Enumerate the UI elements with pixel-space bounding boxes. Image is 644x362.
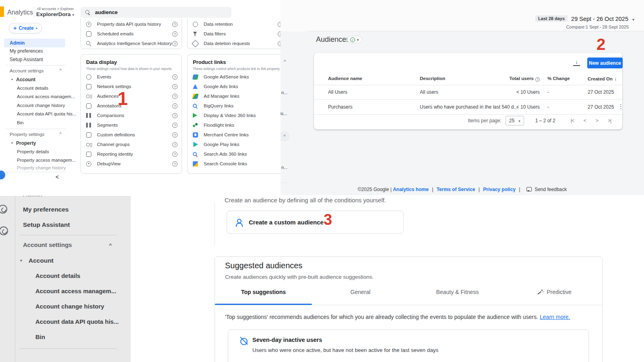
product-link-item[interactable]: Merchant Centre links	[193, 130, 281, 140]
sidebar-item-account-change-history[interactable]: Account change history	[17, 103, 65, 108]
sidebar-item-property-details[interactable]: Property details	[17, 149, 49, 154]
date-preset-chip[interactable]: Last 28 days	[535, 15, 568, 22]
col-header-change[interactable]: % Change	[547, 76, 570, 81]
send-feedback-link[interactable]: Send feedback	[535, 187, 567, 192]
help-icon[interactable]: ?	[172, 94, 178, 99]
sidebar-item-account-quota[interactable]: Account data API quota his...	[35, 318, 119, 325]
reports-icon[interactable]	[0, 205, 7, 214]
admin-list-item[interactable]: Network settings?	[86, 82, 178, 91]
sidebar-section-account-settings[interactable]: Account settings^	[10, 68, 43, 73]
col-header-description[interactable]: Description	[420, 76, 445, 81]
help-icon[interactable]: ?	[172, 113, 178, 118]
privacy-link[interactable]: Privacy policy	[483, 187, 516, 192]
admin-list-item[interactable]: Annotations?	[86, 101, 178, 111]
new-audience-button[interactable]: New audience	[587, 58, 623, 68]
help-icon[interactable]: ?	[172, 31, 178, 37]
help-icon[interactable]: ?	[172, 123, 178, 128]
sidebar-item-account[interactable]: ▾Account	[20, 257, 54, 264]
tab-top-suggestions[interactable]: Top suggestions	[215, 289, 312, 295]
avatar[interactable]	[0, 171, 5, 179]
help-icon[interactable]: ?	[172, 161, 178, 167]
help-icon[interactable]: ?	[278, 22, 281, 27]
product-link-item[interactable]: Search Console links	[193, 159, 281, 169]
product-link-item[interactable]: Floodlight links	[193, 120, 281, 130]
info-icon[interactable]: ?	[535, 77, 540, 82]
product-link-item[interactable]: Google Ads links	[193, 82, 281, 91]
sidebar-item-account-access[interactable]: Account access managem...	[35, 288, 116, 294]
sidebar-item-account-access[interactable]: Account access managem...	[17, 94, 75, 99]
last-page-icon[interactable]: >|	[608, 118, 611, 123]
admin-list-item[interactable]: Scheduled emails ?	[86, 29, 178, 39]
col-header-created-on[interactable]: Created On↓	[588, 76, 617, 82]
explore-icon[interactable]	[0, 226, 8, 235]
product-link-item[interactable]: Ad Manager links	[193, 91, 281, 101]
cell-audience-name[interactable]: All Users	[328, 89, 347, 95]
admin-list-item[interactable]: Analytics Intelligence Search History ?	[86, 39, 178, 48]
sidebar-item-account[interactable]: ▾Account	[11, 77, 35, 82]
admin-list-item[interactable]: Comparisons?	[86, 111, 178, 120]
learn-more-link[interactable]: Learn more.	[540, 314, 570, 320]
create-button[interactable]: + Create ▾	[9, 23, 42, 33]
sidebar-item-my-preferences[interactable]: My preferences	[23, 206, 69, 213]
date-range-picker[interactable]: Last 28 days29 Sept - 26 Oct 2025▾ Compa…	[535, 15, 634, 29]
admin-list-item[interactable]: Segments?	[86, 120, 178, 130]
sidebar-item-account-details[interactable]: Account details	[17, 86, 48, 90]
sidebar-item-admin[interactable]: Admin	[4, 39, 65, 47]
admin-list-item[interactable]: Audiences?	[86, 91, 178, 101]
sidebar-item-setup-assistant[interactable]: Setup Assistant	[23, 221, 70, 228]
admin-list-item[interactable]: Channel groups?	[86, 140, 178, 149]
sidebar-item-my-preferences[interactable]: My preferences	[10, 48, 43, 54]
admin-list-item[interactable]: Events?	[86, 72, 178, 82]
sidebar-item-property-change-history[interactable]: Property change history	[17, 165, 66, 170]
admin-list-item[interactable]: Reporting identity?	[86, 149, 178, 159]
tab-predictive[interactable]: Predictive	[506, 289, 603, 295]
sidebar-item-account-quota[interactable]: Account data API quota his...	[17, 111, 76, 116]
help-icon[interactable]: ?	[172, 84, 178, 89]
help-icon[interactable]: ?	[172, 41, 178, 46]
admin-list-item[interactable]: Data retention ?	[193, 19, 281, 29]
admin-list-item[interactable]: Data deletion requests ?	[193, 39, 281, 48]
next-page-icon[interactable]: >	[596, 118, 598, 123]
search-input[interactable]: audience	[80, 7, 231, 18]
sidebar-item-setup-assistant[interactable]: Setup Assistant	[10, 57, 43, 62]
suggestion-seven-day-inactive[interactable]: Seven-day inactive users Users who were …	[228, 329, 589, 362]
row-menu-icon[interactable]: ⋮	[618, 103, 624, 110]
first-page-icon[interactable]: |<	[571, 118, 574, 123]
help-icon[interactable]: ?	[278, 41, 281, 46]
product-link-item[interactable]: Display & Video 360 links	[193, 111, 281, 120]
sidebar-item-bin[interactable]: Bin	[17, 120, 24, 125]
terms-link[interactable]: Terms of Service	[437, 187, 475, 192]
admin-list-item[interactable]: Custom definitions?	[86, 130, 178, 140]
help-icon[interactable]: ?	[172, 132, 178, 138]
page-size-select[interactable]: 25▾	[506, 116, 524, 125]
help-icon[interactable]: ?	[172, 142, 178, 147]
sidebar-item-property-access[interactable]: Property access managem...	[17, 158, 76, 162]
help-icon[interactable]: ?	[172, 103, 178, 109]
help-icon[interactable]: ?	[172, 22, 178, 27]
collapse-sidebar-icon[interactable]: <	[56, 174, 59, 180]
admin-list-item[interactable]: DebugView?	[86, 159, 178, 169]
cell-audience-name[interactable]: Purchasers	[328, 104, 353, 110]
col-header-audience-name[interactable]: Audience name	[328, 76, 362, 81]
product-link-item[interactable]: BigQuery links	[193, 101, 281, 111]
product-link-item[interactable]: Search Ads 360 links	[193, 149, 281, 159]
sidebar-item-account-details[interactable]: Account details	[35, 272, 80, 279]
sidebar-item-account-change-history[interactable]: Account change history	[35, 303, 104, 310]
prev-page-icon[interactable]: <	[584, 118, 586, 123]
help-icon[interactable]: ?	[172, 152, 178, 157]
product-link-item[interactable]: Google AdSense links	[193, 72, 281, 82]
account-switcher[interactable]: ExplorerDora▾	[36, 11, 74, 17]
sidebar-section-property-settings[interactable]: Property settings^	[10, 132, 44, 137]
help-icon[interactable]: ?	[172, 74, 178, 80]
help-icon[interactable]: ?	[278, 31, 281, 37]
product-link-item[interactable]: Google Play links	[193, 140, 281, 149]
sidebar-item-property[interactable]: ▾Property	[11, 140, 36, 146]
admin-list-item[interactable]: Data filters ?	[193, 29, 281, 39]
collapse-chevron-icon[interactable]: ^	[279, 131, 290, 142]
download-icon[interactable]: ↓	[573, 59, 580, 66]
col-header-total-users[interactable]: Total users?	[508, 76, 540, 82]
tab-beauty-fitness[interactable]: Beauty & Fitness	[409, 289, 506, 295]
create-custom-audience-button[interactable]: Create a custom audience	[227, 211, 404, 234]
admin-list-item[interactable]: Property data API quota history ?	[86, 19, 178, 29]
analytics-home-link[interactable]: Analytics home	[393, 187, 429, 192]
